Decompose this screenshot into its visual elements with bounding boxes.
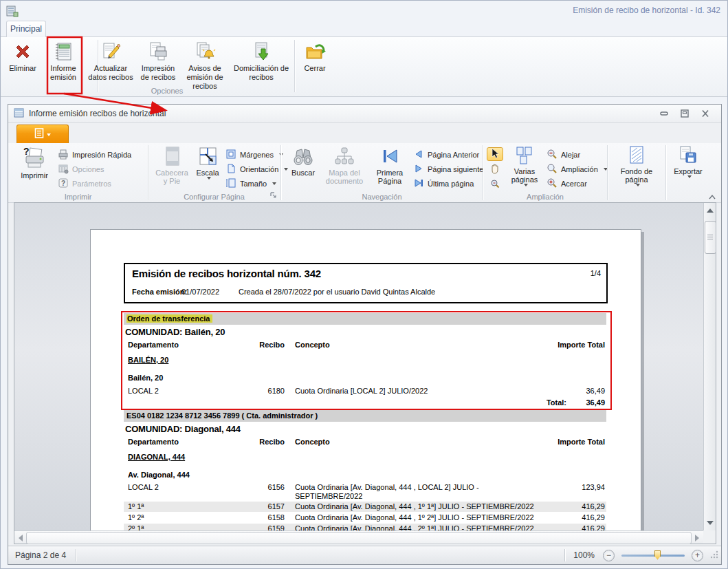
report-icon: [52, 41, 74, 63]
margenes-button[interactable]: Márgenes: [225, 149, 288, 161]
orientacion-button[interactable]: Orientación: [225, 163, 288, 175]
vertical-scrollbar[interactable]: [703, 203, 716, 530]
scroll-right-icon[interactable]: [695, 535, 699, 541]
parametros-button[interactable]: ? Parámetros: [58, 178, 131, 190]
tab-principal[interactable]: Principal: [6, 21, 46, 37]
collapse-ribbon-button[interactable]: [709, 193, 716, 198]
edit-document-icon: [100, 41, 122, 63]
pagina-siguiente-button[interactable]: Página siguiente: [413, 163, 483, 175]
eliminar-button[interactable]: Eliminar: [5, 39, 41, 94]
impresion-recibos-button[interactable]: Impresión de recibos: [139, 39, 177, 94]
zoom-slider[interactable]: [621, 555, 685, 557]
pagina-anterior-button[interactable]: Página Anterior: [413, 149, 483, 161]
pagina-anterior-label: Página Anterior: [428, 151, 479, 159]
cell-recibo: 6159: [235, 524, 285, 530]
vertical-scrollbar-thumb[interactable]: [705, 221, 716, 254]
preview-window-title: Informe emisión recibos de horizontal: [29, 109, 166, 118]
export-icon: [679, 145, 698, 167]
informe-emision-button[interactable]: Informe emisión: [46, 39, 80, 94]
cell-recibo: 6158: [235, 513, 285, 522]
cerrar-button[interactable]: Cerrar: [298, 39, 331, 94]
opciones-button[interactable]: Opciones: [58, 163, 131, 175]
first-page-icon: [379, 145, 401, 169]
exportar-button[interactable]: Exportar: [669, 145, 707, 178]
tamano-caret-icon: [272, 182, 276, 185]
thumb-grip-icon: [707, 235, 713, 235]
application-window: Emisión de recibo de horizontal - Id. 34…: [0, 0, 728, 569]
primera-pagina-button[interactable]: Primera Página: [372, 145, 408, 185]
creada-por-text: Creada el 28/07/2022 por el usuario Davi…: [239, 288, 435, 296]
cell-importe: 416,29: [582, 513, 605, 522]
varias-paginas-button[interactable]: Varias páginas: [507, 145, 542, 186]
magnifier-small-icon: [490, 179, 500, 190]
group-heading: DIAGONAL, 444: [128, 453, 185, 461]
avisos-emision-button[interactable]: Avisos de emisión de recibos: [179, 39, 231, 94]
restore-icon[interactable]: [680, 109, 690, 118]
page-count-status: Página 2 de 4: [15, 550, 66, 560]
cell-departamento: 1º 2ª: [128, 513, 144, 522]
header-footer-icon: [161, 145, 183, 169]
margins-icon: [225, 149, 236, 161]
close-icon[interactable]: [701, 109, 710, 118]
exportar-caret-icon: [687, 175, 692, 178]
scrollbar-corner: [703, 530, 716, 544]
multiple-pages-icon: [514, 145, 535, 167]
horizontal-scrollbar[interactable]: [14, 530, 703, 544]
domiciliacion-label: Domiciliación de recibos: [234, 64, 289, 81]
column-header-departamento: Departamento: [128, 438, 179, 446]
dialog-launcher-icon[interactable]: [270, 192, 277, 200]
scroll-left-icon[interactable]: [19, 535, 23, 541]
resize-grip-icon[interactable]: [710, 550, 718, 561]
exportar-label: Exportar: [674, 167, 703, 175]
acercar-label: Acercar: [561, 180, 587, 188]
mapa-documento-label: Mapa del documento: [321, 169, 368, 185]
cabecera-pie-button[interactable]: Cabecera y Pie: [153, 145, 191, 185]
buscar-button[interactable]: Buscar: [287, 145, 320, 177]
actualizar-datos-label: Actualizar datos recibos: [88, 64, 133, 81]
printer-icon: ?: [22, 145, 47, 171]
download-document-icon: [250, 41, 272, 63]
delete-icon: [12, 41, 34, 63]
section-bar: ES04 0182 1234 8712 3456 7899 ( Cta. adm…: [124, 410, 606, 422]
mapa-documento-button[interactable]: Mapa del documento: [321, 145, 368, 185]
cell-concepto: Cuota Ordinaria [Av. Diagonal, 444 , 1º …: [295, 502, 534, 511]
buscar-label: Buscar: [291, 169, 315, 177]
ultima-pagina-button[interactable]: Última página: [413, 178, 483, 190]
group-label-imprimir: Imprimir: [8, 193, 148, 201]
zoom-in-button[interactable]: +: [692, 550, 703, 561]
fondo-pagina-button[interactable]: Fondo de página: [613, 145, 660, 186]
cursor-icon: [490, 148, 500, 160]
group-separator: [294, 40, 295, 92]
toolbar-group-ampliacion: Varias páginas Alejar Ampliación Acercar: [483, 143, 607, 202]
minimize-icon[interactable]: [659, 109, 669, 118]
actualizar-datos-button[interactable]: Actualizar datos recibos: [84, 39, 137, 94]
zoom-tool-button[interactable]: [487, 178, 503, 191]
group-label-navegacion: Navegación: [281, 193, 483, 201]
hand-tool-button[interactable]: [487, 162, 503, 176]
app-logo-icon: [5, 4, 19, 18]
alejar-button[interactable]: Alejar: [547, 149, 608, 161]
escala-button[interactable]: Escala: [192, 145, 223, 180]
domiciliacion-button[interactable]: Domiciliación de recibos: [232, 39, 290, 94]
tamano-button[interactable]: Tamaño: [225, 178, 288, 190]
scroll-down-icon[interactable]: [707, 521, 714, 525]
window-title: Emisión de recibo de horizontal - Id. 34…: [573, 6, 720, 15]
horizontal-scrollbar-thumb[interactable]: [26, 532, 692, 544]
zoom-slider-thumb[interactable]: [654, 550, 661, 560]
pointer-tool-button[interactable]: [487, 147, 503, 161]
imprimir-button[interactable]: ? Imprimir: [15, 145, 54, 180]
acercar-button[interactable]: Acercar: [547, 178, 608, 190]
svg-text:?: ?: [23, 146, 30, 157]
scroll-up-icon[interactable]: [707, 208, 714, 213]
page-size-icon: [225, 178, 236, 190]
impresion-rapida-button[interactable]: Impresión Rápida: [58, 149, 131, 161]
preview-tabstrip: [8, 123, 721, 144]
orientacion-label: Orientación: [240, 165, 278, 173]
preview-window-titlebar[interactable]: Informe emisión recibos de horizontal: [8, 105, 721, 123]
ampliacion-button[interactable]: Ampliación: [547, 163, 608, 175]
preview-document-tab[interactable]: [16, 125, 69, 144]
next-page-icon: [413, 163, 424, 175]
toolbar-group-imprimir: ? Imprimir Impresión Rápida Opciones ?: [8, 143, 148, 202]
zoom-icon: [547, 163, 558, 175]
zoom-out-button[interactable]: −: [603, 550, 615, 561]
